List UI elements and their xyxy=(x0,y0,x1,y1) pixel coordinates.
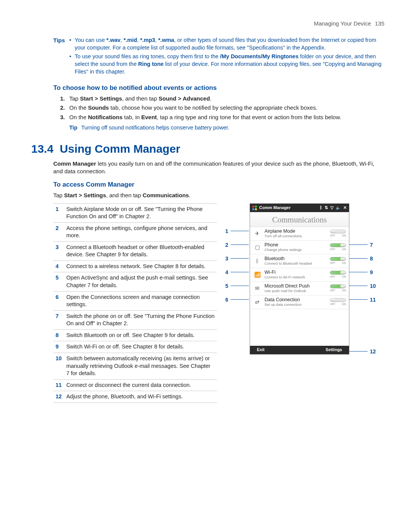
access-line: Tap Start > Settings, and then tap Commu… xyxy=(53,192,384,199)
row-number: 6 xyxy=(53,291,64,310)
bullet-icon: • xyxy=(69,53,75,75)
table-row: 8Switch Bluetooth on or off. See Chapter… xyxy=(53,329,217,341)
callout-right: 8 xyxy=(349,255,373,262)
footer-settings[interactable]: Settings xyxy=(326,347,342,353)
bluetooth-status-icon: ᛒ xyxy=(320,205,322,211)
comm-item-subtitle: Connect to Wi-Fi network xyxy=(264,275,330,279)
comm-item-subtitle: Change phone settings xyxy=(264,248,330,252)
screenshot-heading: Communications xyxy=(250,212,349,227)
callout-left: 5 xyxy=(225,283,249,290)
toggle-switch[interactable]: OFFON xyxy=(330,257,346,265)
step-number: 3. xyxy=(60,113,69,121)
comm-item[interactable]: ▢PhoneChange phone settingsOFFON xyxy=(250,241,349,254)
comm-item-icon: ✈ xyxy=(253,229,261,238)
comm-item-subtitle: Connect to Bluetooth headset xyxy=(264,262,330,265)
comm-item[interactable]: ᛒBluetoothConnect to Bluetooth headsetOF… xyxy=(250,254,349,268)
comm-item-text: BluetoothConnect to Bluetooth headset xyxy=(264,256,330,265)
row-number: 8 xyxy=(53,329,64,341)
subheading-access: To access Comm Manager xyxy=(53,181,384,189)
table-row: 2Access the phone settings, configure ph… xyxy=(53,222,217,241)
row-text: Switch Bluetooth on or off. See Chapter … xyxy=(64,329,217,341)
comm-item[interactable]: ✈Airplane ModeTurn off all connections.O… xyxy=(250,227,349,241)
callout-number: 9 xyxy=(370,269,373,276)
table-row: 10Switch between automatically receiving… xyxy=(53,353,217,379)
row-number: 12 xyxy=(53,391,64,403)
comm-item-title: Airplane Mode xyxy=(264,229,330,234)
comm-item-text: Data ConnectionSet up data connection xyxy=(264,297,330,307)
toggle-on-label: ON xyxy=(342,275,346,278)
step-text: On the Notifications tab, in Event, tap … xyxy=(69,113,384,121)
callout-left: 2 xyxy=(225,241,249,249)
tip-item: • You can use *.wav, *.mid, *.mp3, *.wma… xyxy=(69,37,382,51)
table-row: 7Switch the phone on or off. See "Turnin… xyxy=(53,310,217,329)
section-number: 13.4 xyxy=(31,142,53,155)
comm-item-title: Data Connection xyxy=(264,297,330,303)
row-number: 11 xyxy=(53,379,64,391)
row-text: Switch Wi-Fi on or off. See Chapter 8 fo… xyxy=(64,341,217,353)
toggle-off-label: OFF xyxy=(330,234,335,237)
section-title: Using Comm Manager xyxy=(60,142,180,155)
callout-number: 10 xyxy=(370,283,376,290)
toggle-switch[interactable]: OFFON xyxy=(330,243,346,251)
comm-item-icon: ▢ xyxy=(253,243,261,251)
toggle-off-label: OFF xyxy=(330,302,335,306)
callout-number: 11 xyxy=(370,296,376,304)
callout-left: 6 xyxy=(225,296,249,304)
table-row: 6Open the Connections screen and manage … xyxy=(53,291,217,310)
row-text: Switch between automatically receiving (… xyxy=(64,353,217,379)
table-row: 3Connect a Bluetooth headset or other Bl… xyxy=(53,241,217,260)
section-intro: Comm Manager lets you easily turn on and… xyxy=(53,160,384,176)
screenshot-titlebar: Comm Manager ᛒ ⇅ ▽ 🔈 ✕ xyxy=(250,204,349,212)
row-text: Access the phone settings, configure pho… xyxy=(64,222,217,241)
comm-item[interactable]: ⇄Data ConnectionSet up data connectionOF… xyxy=(250,296,349,309)
tip-label: Tip xyxy=(69,125,77,131)
inline-tip: TipTurning off sound notifications helps… xyxy=(69,124,384,132)
row-number: 4 xyxy=(53,260,64,272)
tip-item: • To use your sound files as ring tones,… xyxy=(69,53,382,75)
tips-block: Tips • You can use *.wav, *.mid, *.mp3, … xyxy=(53,37,384,77)
screenshot-title: Comm Manager xyxy=(259,205,291,211)
description-table: 1Switch Airplane Mode on or off. See "Tu… xyxy=(53,203,217,403)
callout-left: 1 xyxy=(225,228,249,235)
callout-right: 10 xyxy=(349,283,376,290)
comm-item-subtitle: Turn off all connections. xyxy=(264,234,330,238)
table-row: 9Switch Wi-Fi on or off. See Chapter 8 f… xyxy=(53,341,217,353)
screenshot-wrapper: 123456789101112 Comm Manager ᛒ ⇅ ▽ 🔈 ✕ C… xyxy=(225,203,393,355)
toggle-switch[interactable]: OFFON xyxy=(330,230,346,237)
step-row: 3. On the Notifications tab, in Event, t… xyxy=(60,113,384,121)
comm-item-text: Airplane ModeTurn off all connections. xyxy=(264,229,330,238)
comm-item[interactable]: ✉Microsoft Direct PushUse push mail for … xyxy=(250,282,349,296)
toggle-switch[interactable]: OFFON xyxy=(330,271,346,278)
comm-item-subtitle: Use push mail for Outlook xyxy=(264,289,330,293)
callout-number: 5 xyxy=(225,283,228,290)
windows-flag-icon xyxy=(252,206,257,210)
table-row: 12Adjust the phone, Bluetooth, and Wi-Fi… xyxy=(53,391,217,403)
row-text: Connect a Bluetooth headset or other Blu… xyxy=(64,241,217,260)
callout-number: 4 xyxy=(225,269,228,276)
tip-text: Turning off sound notifications helps co… xyxy=(81,125,229,131)
comm-item[interactable]: 📶Wi-FiConnect to Wi-Fi networkOFFON xyxy=(250,268,349,282)
tips-list: • You can use *.wav, *.mid, *.mp3, *.wma… xyxy=(69,37,382,77)
row-number: 2 xyxy=(53,222,64,241)
comm-item-text: PhoneChange phone settings xyxy=(264,243,330,252)
tip-text: To use your sound files as ring tones, c… xyxy=(75,53,382,75)
bullet-icon: • xyxy=(69,37,75,51)
toggle-on-label: ON xyxy=(342,248,346,251)
table-row: 5Open ActiveSync and adjust the push e-m… xyxy=(53,272,217,291)
tips-label: Tips xyxy=(53,37,68,44)
table-row: 1Switch Airplane Mode on or off. See "Tu… xyxy=(53,203,217,222)
screenshot-blank-area xyxy=(250,309,349,346)
toggle-off-label: OFF xyxy=(330,275,335,278)
footer-exit[interactable]: Exit xyxy=(257,347,264,353)
signal-status-icon: ▽ xyxy=(330,205,333,211)
callout-left: 3 xyxy=(225,255,249,262)
toggle-switch[interactable]: OFFON xyxy=(330,298,346,306)
step-row: 2. On the Sounds tab, choose how you wan… xyxy=(60,104,384,112)
toggle-off-label: OFF xyxy=(330,289,335,292)
volume-status-icon: 🔈 xyxy=(336,205,341,211)
row-number: 7 xyxy=(53,310,64,329)
callout-number: 2 xyxy=(225,241,228,249)
toggle-switch[interactable]: OFFON xyxy=(330,284,346,292)
row-text: Open the Connections screen and manage c… xyxy=(64,291,217,310)
sync-status-icon: ⇅ xyxy=(325,205,328,211)
